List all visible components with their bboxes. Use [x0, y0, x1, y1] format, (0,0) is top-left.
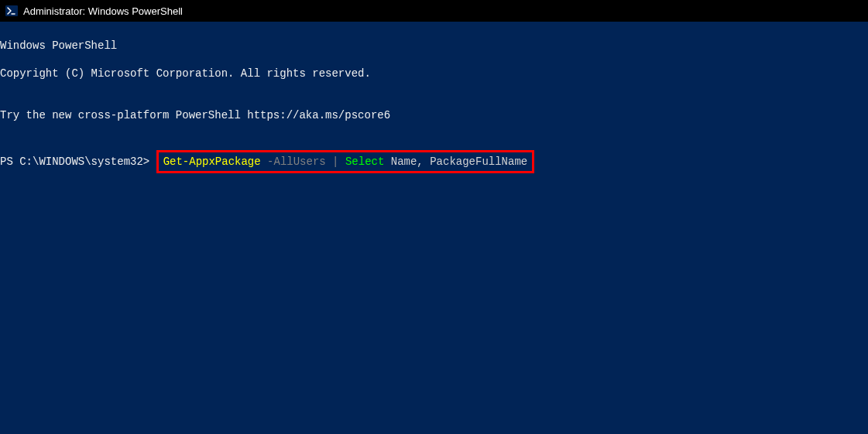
token-space: [339, 155, 345, 169]
token-param: -AllUsers: [267, 155, 326, 169]
tip-line: Try the new cross-platform PowerShell ht…: [0, 108, 868, 122]
window-titlebar[interactable]: Administrator: Windows PowerShell: [0, 0, 868, 22]
token-select: Select: [345, 155, 384, 169]
window-title: Administrator: Windows PowerShell: [23, 5, 183, 17]
token-space: [384, 155, 390, 169]
token-cmdlet: Get-AppxPackage: [163, 155, 261, 169]
token-arg-packagefullname: PackageFullName: [430, 155, 527, 169]
prompt-line[interactable]: PS C:\WINDOWS\system32> Get-AppxPackage …: [0, 150, 868, 173]
svg-rect-0: [5, 5, 18, 16]
token-pipe: |: [332, 155, 338, 169]
token-arg-name: Name: [391, 155, 417, 169]
token-space: [326, 155, 332, 169]
terminal-area[interactable]: Windows PowerShell Copyright (C) Microso…: [0, 22, 868, 434]
prompt-path: PS C:\WINDOWS\system32>: [0, 155, 156, 169]
token-space: [261, 155, 267, 169]
token-comma: ,: [417, 155, 423, 169]
token-space: [424, 155, 430, 169]
command-highlight: Get-AppxPackage -AllUsers | Select Name,…: [156, 150, 535, 173]
banner-line-1: Windows PowerShell: [0, 39, 868, 53]
banner-line-2: Copyright (C) Microsoft Corporation. All…: [0, 67, 868, 80]
powershell-icon: [5, 4, 19, 18]
